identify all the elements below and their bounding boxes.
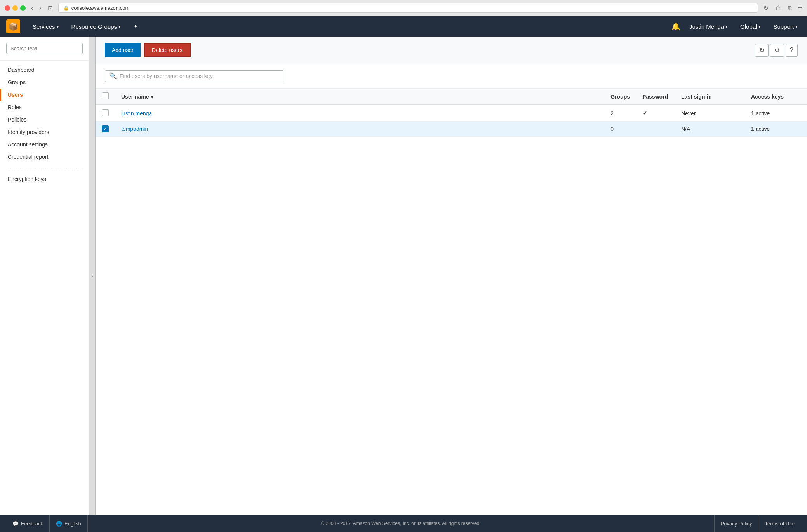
sidebar-item-encryption-keys[interactable]: Encryption keys bbox=[0, 173, 89, 185]
th-select-all[interactable] bbox=[96, 89, 115, 105]
resource-groups-label: Resource Groups bbox=[71, 23, 117, 30]
feedback-label: Feedback bbox=[21, 521, 43, 527]
row2-groups-value: 0 bbox=[610, 126, 614, 132]
new-tab-button[interactable]: + bbox=[798, 3, 802, 12]
nav-right-section: 🔔 Justin Menga ▾ Global ▾ Support ▾ bbox=[671, 22, 801, 31]
services-menu[interactable]: Services ▾ bbox=[30, 22, 62, 31]
minimize-button[interactable] bbox=[12, 5, 18, 11]
bookmark-button[interactable]: ✦ bbox=[130, 21, 141, 31]
sidebar-collapse-button[interactable]: ‹ bbox=[89, 37, 96, 515]
privacy-policy-link[interactable]: Privacy Policy bbox=[714, 515, 758, 532]
language-label: English bbox=[64, 521, 81, 527]
user-menu-caret: ▾ bbox=[725, 24, 728, 29]
search-iam-input[interactable] bbox=[6, 43, 83, 54]
content-actions-left: Add user Delete users bbox=[105, 43, 191, 57]
sidebar-item-identity-providers[interactable]: Identity providers bbox=[0, 126, 89, 138]
chat-icon: 💬 bbox=[12, 521, 19, 527]
user-menu[interactable]: Justin Menga ▾ bbox=[686, 22, 731, 31]
sidebar-search-area bbox=[0, 37, 89, 61]
row1-groups-cell: 2 bbox=[604, 105, 636, 122]
sidebar-item-account-settings[interactable]: Account settings bbox=[0, 138, 89, 151]
content-header: Add user Delete users ↻ ⚙ ? bbox=[96, 37, 807, 64]
row2-username-cell: tempadmin bbox=[115, 122, 604, 137]
browser-action-buttons: ↻ ⎙ ⧉ bbox=[761, 3, 795, 12]
settings-button[interactable]: ⚙ bbox=[770, 44, 784, 57]
add-user-button[interactable]: Add user bbox=[105, 43, 141, 57]
maximize-button[interactable] bbox=[20, 5, 26, 11]
table-row: ✓ tempadmin 0 N/A 1 active bbox=[96, 122, 807, 137]
help-button[interactable]: ? bbox=[786, 44, 798, 57]
content-actions-right: ↻ ⚙ ? bbox=[755, 44, 798, 57]
language-button[interactable]: 🌐 English bbox=[50, 515, 88, 532]
table-body: justin.menga 2 ✓ Never 1 active bbox=[96, 105, 807, 137]
last-signin-column-label: Last sign-in bbox=[681, 94, 712, 100]
sort-icon: ▾ bbox=[151, 94, 153, 100]
aws-logo[interactable]: 📦 bbox=[6, 19, 20, 33]
delete-users-button[interactable]: Delete users bbox=[144, 43, 191, 57]
row2-password-cell bbox=[636, 122, 675, 137]
select-all-checkbox[interactable] bbox=[102, 92, 109, 99]
refresh-button[interactable]: ↻ bbox=[755, 44, 769, 57]
th-password: Password bbox=[636, 89, 675, 105]
row2-checkbox-cell[interactable]: ✓ bbox=[96, 122, 115, 137]
row1-last-signin-value: Never bbox=[681, 110, 696, 116]
row2-last-signin-cell: N/A bbox=[675, 122, 745, 137]
row2-checkbox[interactable]: ✓ bbox=[102, 125, 109, 132]
password-column-label: Password bbox=[642, 94, 668, 100]
row1-checkbox-cell[interactable] bbox=[96, 105, 115, 122]
sidebar-item-groups[interactable]: Groups bbox=[0, 76, 89, 89]
region-caret: ▾ bbox=[758, 24, 761, 29]
row1-username-link[interactable]: justin.menga bbox=[121, 110, 152, 116]
th-username[interactable]: User name ▾ bbox=[115, 89, 604, 105]
row1-password-check: ✓ bbox=[642, 110, 647, 116]
username-sort-control[interactable]: User name ▾ bbox=[121, 94, 598, 100]
sidebar-toggle-button[interactable]: ⊡ bbox=[45, 3, 55, 12]
row2-access-keys-value: 1 active bbox=[751, 126, 770, 132]
close-button[interactable] bbox=[5, 5, 10, 11]
reload-button[interactable]: ↻ bbox=[761, 3, 771, 12]
row1-access-keys-value: 1 active bbox=[751, 110, 770, 116]
terms-of-use-link[interactable]: Terms of Use bbox=[758, 515, 801, 532]
sidebar-item-dashboard[interactable]: Dashboard bbox=[0, 64, 89, 76]
top-navigation-bar: 📦 Services ▾ Resource Groups ▾ ✦ 🔔 Justi… bbox=[0, 16, 807, 37]
region-menu[interactable]: Global ▾ bbox=[737, 22, 764, 31]
search-icon: 🔍 bbox=[110, 73, 117, 79]
user-search-input[interactable] bbox=[120, 73, 278, 79]
notifications-bell-icon[interactable]: 🔔 bbox=[671, 22, 680, 31]
table-row: justin.menga 2 ✓ Never 1 active bbox=[96, 105, 807, 122]
services-caret: ▾ bbox=[57, 24, 59, 29]
support-menu[interactable]: Support ▾ bbox=[770, 22, 801, 31]
table-header: User name ▾ Groups Password Last sign-in bbox=[96, 89, 807, 105]
back-button[interactable]: ‹ bbox=[29, 3, 35, 12]
resource-groups-caret: ▾ bbox=[118, 24, 121, 29]
sidebar-item-users[interactable]: Users bbox=[0, 89, 89, 101]
users-table: User name ▾ Groups Password Last sign-in bbox=[96, 89, 807, 137]
feedback-button[interactable]: 💬 Feedback bbox=[6, 515, 50, 532]
main-layout: Dashboard Groups Users Roles Policies Id… bbox=[0, 37, 807, 515]
row2-username-link[interactable]: tempadmin bbox=[121, 126, 148, 132]
forward-button[interactable]: › bbox=[37, 3, 43, 12]
resize-button[interactable]: ⧉ bbox=[786, 3, 795, 12]
support-caret: ▾ bbox=[795, 24, 798, 29]
resource-groups-menu[interactable]: Resource Groups ▾ bbox=[68, 22, 124, 31]
sidebar-item-credential-report[interactable]: Credential report bbox=[0, 151, 89, 163]
share-button[interactable]: ⎙ bbox=[774, 3, 783, 12]
user-name-label: Justin Menga bbox=[689, 23, 724, 30]
access-keys-column-label: Access keys bbox=[751, 94, 784, 100]
content-area: Add user Delete users ↻ ⚙ ? 🔍 bbox=[96, 37, 807, 515]
sidebar-item-policies[interactable]: Policies bbox=[0, 113, 89, 126]
username-column-label: User name bbox=[121, 94, 149, 100]
footer: 💬 Feedback 🌐 English © 2008 - 2017, Amaz… bbox=[0, 515, 807, 532]
lock-icon: 🔒 bbox=[63, 5, 69, 11]
search-input-wrapper: 🔍 bbox=[105, 70, 283, 82]
copyright-text: © 2008 - 2017, Amazon Web Services, Inc.… bbox=[321, 521, 480, 526]
row1-groups-value: 2 bbox=[610, 110, 614, 116]
row2-access-keys-cell: 1 active bbox=[745, 122, 807, 137]
row1-username-cell: justin.menga bbox=[115, 105, 604, 122]
sidebar-item-roles[interactable]: Roles bbox=[0, 101, 89, 113]
footer-left-section: 💬 Feedback 🌐 English bbox=[6, 515, 88, 532]
row1-access-keys-cell: 1 active bbox=[745, 105, 807, 122]
row1-checkbox[interactable] bbox=[102, 109, 109, 116]
address-bar[interactable]: 🔒 console.aws.amazon.com bbox=[58, 3, 758, 13]
browser-window-controls bbox=[5, 5, 26, 11]
